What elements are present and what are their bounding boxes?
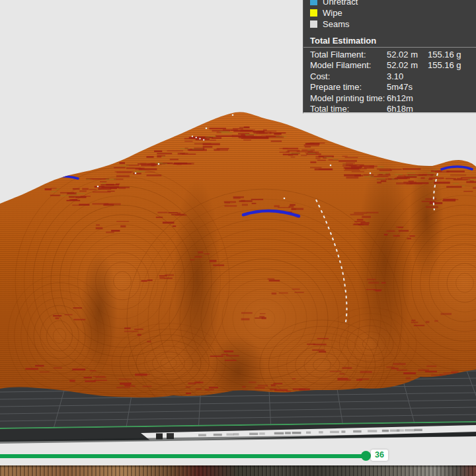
layer-slider-value: 36 — [371, 450, 388, 461]
camera-strip — [0, 465, 476, 476]
table-row: Total Filament: 52.02 m 155.16 g — [310, 50, 469, 60]
estimation-title: Total Estimation — [310, 34, 469, 47]
estimation-panel: Unretract Wipe Seams Total Estimation To… — [303, 0, 476, 114]
color-legend: Unretract Wipe Seams — [310, 0, 469, 30]
wipe-swatch-icon — [310, 9, 317, 17]
divider — [303, 47, 476, 48]
layer-slider-track[interactable] — [0, 454, 366, 458]
unretract-swatch-icon — [310, 0, 317, 5]
legend-label: Unretract — [323, 0, 358, 7]
table-row: Model printing time: 6h12m — [310, 93, 469, 104]
layer-slider[interactable]: 36 — [0, 447, 476, 465]
legend-item-wipe[interactable]: Wipe — [310, 7, 469, 19]
table-row: Model Filament: 52.02 m 155.16 g — [310, 60, 469, 71]
legend-item-seams[interactable]: Seams — [310, 19, 469, 30]
table-row: Total time: 6h18m — [310, 104, 469, 114]
seams-swatch-icon — [310, 20, 317, 28]
layer-slider-knob[interactable] — [361, 451, 371, 461]
slicer-preview-window: Unretract Wipe Seams Total Estimation To… — [0, 0, 476, 476]
legend-label: Wipe — [323, 8, 342, 18]
table-row: Cost: 3.10 — [310, 71, 469, 82]
legend-label: Seams — [323, 19, 349, 29]
estimation-table: Total Filament: 52.02 m 155.16 g Model F… — [310, 50, 469, 114]
table-row: Prepare time: 5m47s — [310, 82, 469, 93]
legend-item-unretract[interactable]: Unretract — [310, 0, 469, 7]
